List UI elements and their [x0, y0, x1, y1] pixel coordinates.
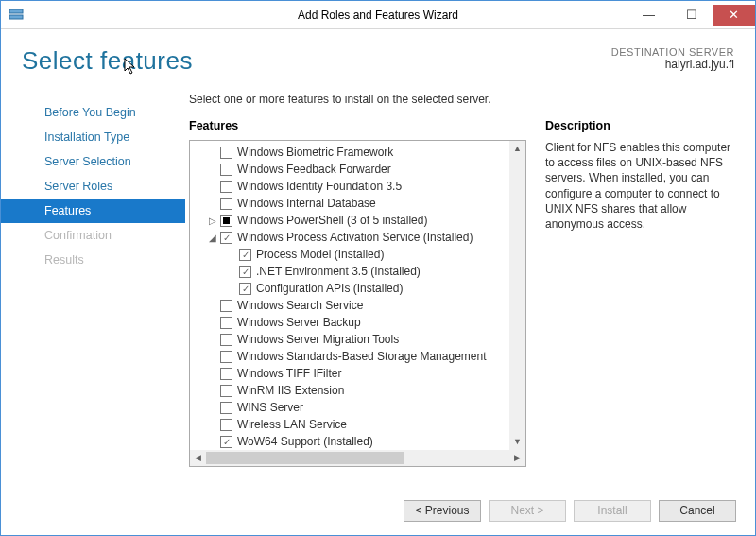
maximize-button[interactable]: ☐ — [670, 5, 713, 26]
checkbox[interactable] — [220, 164, 232, 176]
feature-label: Windows Feedback Forwarder — [237, 163, 391, 176]
feature-row[interactable]: Windows Server Backup — [194, 314, 522, 331]
checkbox[interactable] — [220, 334, 232, 346]
feature-row[interactable]: Wireless LAN Service — [194, 416, 522, 433]
feature-label: Process Model (Installed) — [256, 248, 384, 261]
checkbox[interactable] — [220, 436, 232, 448]
checkbox[interactable] — [220, 181, 232, 193]
nav-item-features[interactable]: Features — [1, 199, 185, 223]
feature-row[interactable]: Process Model (Installed) — [194, 246, 522, 263]
scroll-up-icon[interactable]: ▲ — [509, 141, 525, 157]
feature-row[interactable]: Windows TIFF IFilter — [194, 365, 522, 382]
checkbox[interactable] — [220, 215, 232, 227]
previous-button[interactable]: < Previous — [404, 500, 481, 522]
description-text: Client for NFS enables this computer to … — [545, 140, 734, 232]
page-title: Select features — [22, 46, 193, 76]
feature-row[interactable]: ◢Windows Process Activation Service (Ins… — [194, 229, 522, 246]
feature-row[interactable]: WinRM IIS Extension — [194, 382, 522, 399]
instruction-text: Select one or more features to install o… — [189, 93, 734, 106]
feature-row[interactable]: Windows Standards-Based Storage Manageme… — [194, 348, 522, 365]
checkbox[interactable] — [220, 300, 232, 312]
feature-row[interactable]: Windows Feedback Forwarder — [194, 161, 522, 178]
feature-label: WinRM IIS Extension — [237, 384, 344, 397]
checkbox[interactable] — [220, 368, 232, 380]
nav-item-server-roles[interactable]: Server Roles — [1, 174, 185, 199]
checkbox[interactable] — [239, 283, 251, 295]
feature-label: Windows Search Service — [237, 299, 363, 312]
checkbox[interactable] — [220, 385, 232, 397]
vertical-scrollbar[interactable]: ▲ ▼ — [509, 141, 525, 450]
checkbox[interactable] — [220, 317, 232, 329]
titlebar: Add Roles and Features Wizard — ☐ ✕ — [1, 1, 755, 29]
feature-label: Windows Server Migration Tools — [237, 333, 399, 346]
checkbox[interactable] — [239, 266, 251, 278]
feature-row[interactable]: Windows Biometric Framework — [194, 144, 522, 161]
body: Before You BeginInstallation TypeServer … — [1, 76, 755, 476]
feature-row[interactable]: Windows Identity Foundation 3.5 — [194, 178, 522, 195]
feature-row[interactable]: Configuration APIs (Installed) — [194, 280, 522, 297]
feature-label: Windows Server Backup — [237, 316, 361, 329]
checkbox[interactable] — [220, 232, 232, 244]
header: Select features DESTINATION SERVER halyr… — [1, 29, 755, 76]
feature-label: .NET Environment 3.5 (Installed) — [256, 265, 421, 278]
scroll-right-icon[interactable]: ▶ — [509, 450, 525, 466]
feature-label: Windows Biometric Framework — [237, 146, 393, 159]
checkbox[interactable] — [220, 198, 232, 210]
expander-closed-icon[interactable]: ▷ — [207, 216, 218, 226]
wizard-window: Add Roles and Features Wizard — ☐ ✕ Sele… — [0, 0, 756, 536]
main-panel: Select one or more features to install o… — [185, 93, 755, 467]
nav-item-confirmation: Confirmation — [1, 223, 185, 248]
install-button[interactable]: Install — [574, 500, 651, 522]
feature-label: WINS Server — [237, 401, 303, 414]
features-heading: Features — [189, 119, 526, 132]
next-button[interactable]: Next > — [489, 500, 566, 522]
scroll-track[interactable] — [404, 450, 509, 466]
feature-row[interactable]: .NET Environment 3.5 (Installed) — [194, 263, 522, 280]
features-column: Features Windows Biometric FrameworkWind… — [189, 119, 526, 467]
feature-label: Windows Identity Foundation 3.5 — [237, 180, 402, 193]
server-manager-icon — [9, 8, 24, 23]
feature-label: Configuration APIs (Installed) — [256, 282, 403, 295]
feature-label: Wireless LAN Service — [237, 418, 347, 431]
cancel-button[interactable]: Cancel — [659, 500, 736, 522]
feature-label: WoW64 Support (Installed) — [237, 435, 373, 448]
checkbox[interactable] — [220, 419, 232, 431]
svg-rect-0 — [9, 9, 23, 13]
cursor-icon — [124, 52, 137, 81]
svg-rect-1 — [9, 15, 23, 19]
feature-row[interactable]: ▷Windows PowerShell (3 of 5 installed) — [194, 212, 522, 229]
checkbox[interactable] — [220, 351, 232, 363]
destination-server-name: halyri.ad.jyu.fi — [611, 58, 734, 71]
feature-row[interactable]: Windows Server Migration Tools — [194, 331, 522, 348]
feature-row[interactable]: Windows Search Service — [194, 297, 522, 314]
nav-item-results: Results — [1, 248, 185, 272]
nav-item-server-selection[interactable]: Server Selection — [1, 149, 185, 174]
close-button[interactable]: ✕ — [713, 5, 755, 26]
scroll-thumb[interactable] — [206, 452, 404, 464]
description-column: Description Client for NFS enables this … — [545, 119, 734, 467]
scroll-left-icon[interactable]: ◀ — [190, 450, 206, 466]
feature-label: Windows TIFF IFilter — [237, 367, 341, 380]
footer: < Previous Next > Install Cancel — [1, 476, 755, 535]
destination-server: DESTINATION SERVER halyri.ad.jyu.fi — [611, 46, 734, 76]
features-tree-container: Windows Biometric FrameworkWindows Feedb… — [189, 140, 526, 467]
feature-label: Windows Internal Database — [237, 197, 376, 210]
description-heading: Description — [545, 119, 734, 132]
scroll-down-icon[interactable]: ▼ — [509, 434, 525, 450]
expander-open-icon[interactable]: ◢ — [207, 233, 218, 243]
nav-item-installation-type[interactable]: Installation Type — [1, 125, 185, 149]
feature-row[interactable]: WINS Server — [194, 399, 522, 416]
destination-label: DESTINATION SERVER — [611, 46, 734, 58]
feature-row[interactable]: WoW64 Support (Installed) — [194, 433, 522, 450]
checkbox[interactable] — [220, 147, 232, 159]
checkbox[interactable] — [239, 249, 251, 261]
feature-row[interactable]: Windows Internal Database — [194, 195, 522, 212]
nav-item-before-you-begin[interactable]: Before You Begin — [1, 100, 185, 125]
minimize-button[interactable]: — — [627, 5, 670, 26]
feature-label: Windows Standards-Based Storage Manageme… — [237, 350, 486, 363]
horizontal-scrollbar[interactable]: ◀ ▶ — [190, 450, 525, 466]
features-tree[interactable]: Windows Biometric FrameworkWindows Feedb… — [190, 141, 525, 450]
wizard-nav: Before You BeginInstallation TypeServer … — [1, 93, 185, 467]
feature-label: Windows Process Activation Service (Inst… — [237, 231, 472, 244]
checkbox[interactable] — [220, 402, 232, 414]
